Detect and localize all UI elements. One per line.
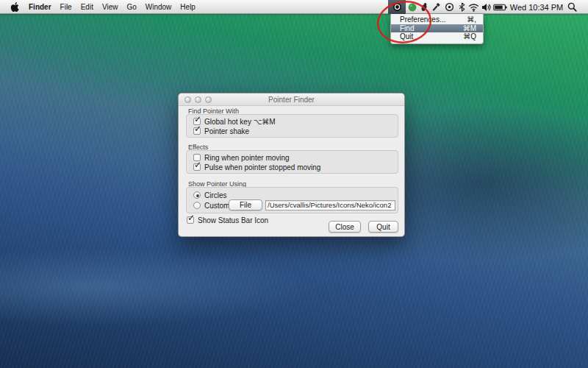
minimize-window-button[interactable] bbox=[195, 96, 201, 103]
menu-item-shortcut: ⌘Q bbox=[463, 32, 476, 40]
check-icon: ✓ bbox=[187, 213, 195, 223]
desktop-wallpaper: Finder File Edit View Go Window Help bbox=[0, 0, 588, 368]
row-pointer-shake: ✓ Pointer shake bbox=[193, 127, 249, 135]
checkbox-show-status-bar-icon[interactable]: ✓ bbox=[187, 216, 194, 224]
check-icon: ✓ bbox=[194, 124, 201, 134]
group-show-pointer-using: Circles Custom File /Users/cvallis/Pictu… bbox=[186, 187, 398, 213]
file-button[interactable]: File bbox=[229, 199, 262, 210]
checkbox-label: Pointer shake bbox=[204, 127, 249, 135]
battery-status-item[interactable] bbox=[492, 0, 507, 14]
globe-status-item[interactable] bbox=[407, 0, 417, 14]
menu-item-label: Preferences... bbox=[400, 15, 445, 24]
menu-go[interactable]: Go bbox=[122, 0, 140, 14]
menu-item-label: Quit bbox=[400, 32, 413, 40]
animal-silhouette-icon bbox=[420, 2, 429, 12]
battery-icon bbox=[493, 3, 507, 12]
menu-item-quit[interactable]: Quit ⌘Q bbox=[391, 32, 483, 41]
menu-file[interactable]: File bbox=[56, 0, 76, 14]
globe-icon bbox=[408, 3, 417, 12]
target-icon bbox=[445, 2, 454, 12]
volume-icon bbox=[481, 3, 491, 12]
menu-bar-clock[interactable]: Wed 10:34 PM bbox=[509, 0, 564, 14]
checkbox-label: Show Status Bar Icon bbox=[198, 216, 268, 224]
radio-dot bbox=[196, 194, 199, 197]
radio-label: Circles bbox=[204, 191, 227, 199]
row-show-status-bar-icon: ✓ Show Status Bar Icon bbox=[187, 216, 268, 224]
circle-dot-icon bbox=[392, 2, 402, 12]
apple-menu[interactable] bbox=[6, 0, 24, 13]
menu-finder[interactable]: Finder bbox=[24, 0, 56, 14]
group-find-pointer-with: ✓ Global hot key ⌥⌘M ✓ Pointer shake bbox=[186, 114, 398, 138]
window-titlebar[interactable]: Pointer Finder bbox=[179, 93, 404, 106]
row-ring-when-moving: ✓ Ring when pointer moving bbox=[193, 153, 290, 162]
menu-help[interactable]: Help bbox=[176, 0, 200, 14]
check-icon: ✓ bbox=[194, 160, 201, 170]
check-icon: ✓ bbox=[194, 114, 201, 124]
row-custom: Custom bbox=[193, 201, 229, 210]
menu-item-find[interactable]: Find ⌘M bbox=[391, 24, 483, 33]
menu-window[interactable]: Window bbox=[141, 0, 176, 14]
quit-button[interactable]: Quit bbox=[368, 221, 398, 233]
wifi-icon bbox=[468, 2, 479, 12]
menu-item-shortcut: ⌘M bbox=[463, 24, 476, 32]
flashlight-status-item[interactable] bbox=[430, 0, 442, 14]
menu-bar: Finder File Edit View Go Window Help bbox=[0, 0, 588, 14]
menu-view[interactable]: View bbox=[98, 0, 123, 14]
bluetooth-status-item[interactable] bbox=[457, 0, 466, 14]
menu-item-preferences[interactable]: Preferences... ⌘, bbox=[391, 15, 483, 24]
spotlight-status-item[interactable] bbox=[566, 0, 578, 14]
animal-silhouette-status-item[interactable] bbox=[419, 0, 429, 14]
traffic-lights bbox=[184, 96, 212, 103]
apple-logo-icon bbox=[11, 2, 19, 12]
pointer-finder-window: Pointer Finder Find Pointer With ✓ Globa… bbox=[178, 93, 405, 237]
status-dropdown-menu: Preferences... ⌘, Find ⌘M Quit ⌘Q bbox=[390, 14, 484, 44]
menu-bar-left: Finder File Edit View Go Window Help bbox=[0, 0, 200, 13]
radio-custom[interactable] bbox=[193, 202, 201, 209]
checkbox-label: Ring when pointer moving bbox=[204, 154, 290, 162]
checkbox-label: Pulse when pointer stopped moving bbox=[204, 163, 320, 171]
menu-item-label: Find bbox=[400, 24, 414, 32]
wifi-status-item[interactable] bbox=[467, 0, 479, 14]
pointer-finder-status-item[interactable] bbox=[388, 0, 406, 14]
radio-circles[interactable] bbox=[193, 191, 201, 199]
group-effects: ✓ Ring when pointer moving ✓ Pulse when … bbox=[186, 150, 398, 174]
close-window-button[interactable] bbox=[184, 96, 191, 103]
checkbox-pulse-when-stopped[interactable]: ✓ bbox=[193, 163, 201, 171]
row-global-hot-key: ✓ Global hot key ⌥⌘M bbox=[193, 117, 276, 126]
row-pulse-when-stopped: ✓ Pulse when pointer stopped moving bbox=[193, 163, 320, 171]
custom-path-field[interactable]: /Users/cvallis/Pictures/Icons/Neko/icon2 bbox=[265, 200, 395, 210]
menu-edit[interactable]: Edit bbox=[76, 0, 98, 14]
target-status-item[interactable] bbox=[444, 0, 454, 14]
bluetooth-icon bbox=[458, 2, 466, 12]
close-button[interactable]: Close bbox=[329, 221, 361, 233]
checkbox-label: Global hot key ⌥⌘M bbox=[204, 118, 276, 126]
flashlight-icon bbox=[431, 2, 441, 13]
search-icon bbox=[567, 2, 577, 12]
row-circles: Circles bbox=[193, 191, 227, 199]
menu-item-shortcut: ⌘, bbox=[467, 15, 476, 24]
radio-label: Custom bbox=[204, 202, 229, 210]
checkbox-pointer-shake[interactable]: ✓ bbox=[193, 127, 201, 135]
zoom-window-button[interactable] bbox=[205, 96, 212, 103]
volume-status-item[interactable] bbox=[481, 0, 491, 14]
window-title: Pointer Finder bbox=[268, 96, 315, 104]
